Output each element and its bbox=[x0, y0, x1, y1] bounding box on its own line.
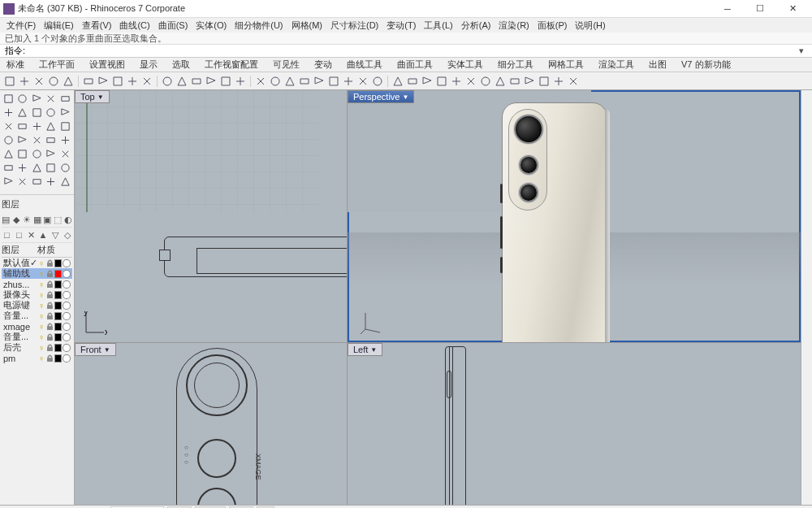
layer-bulb-icon[interactable]: ♀ bbox=[37, 258, 45, 268]
tool-button[interactable] bbox=[58, 106, 71, 119]
toolbar-button[interactable] bbox=[175, 75, 188, 88]
minimize-button[interactable]: ─ bbox=[711, 1, 744, 17]
layer-bulb-icon[interactable]: ♀ bbox=[37, 311, 45, 321]
layer-tool-button[interactable]: □ bbox=[14, 229, 24, 241]
menu-item[interactable]: 曲线(C) bbox=[116, 20, 153, 32]
layer-lock-icon[interactable]: 🔒︎ bbox=[45, 354, 54, 363]
layer-color-swatch[interactable] bbox=[54, 323, 63, 331]
layer-lock-icon[interactable]: 🔒︎ bbox=[45, 322, 54, 332]
toolbar-button[interactable] bbox=[464, 75, 477, 88]
toolbar-button[interactable] bbox=[327, 75, 340, 88]
tool-button[interactable] bbox=[16, 92, 29, 105]
toolbar-button[interactable] bbox=[234, 75, 247, 88]
tool-button[interactable] bbox=[30, 119, 43, 132]
layer-tool-button[interactable]: ▦ bbox=[32, 214, 41, 225]
command-prompt[interactable]: 指令: ▾ bbox=[0, 44, 812, 57]
layer-tool-button[interactable]: ▣ bbox=[43, 214, 52, 225]
toolbar-tab[interactable]: 实体工具 bbox=[444, 59, 486, 71]
layer-row[interactable]: 音量...♀🔒︎ bbox=[2, 310, 72, 321]
viewport-top[interactable]: Top▼ xy bbox=[75, 90, 347, 342]
layer-lock-icon[interactable]: 🔒︎ bbox=[45, 258, 54, 268]
toolbar-button[interactable] bbox=[567, 75, 580, 88]
menu-item[interactable]: 网格(M) bbox=[288, 20, 326, 32]
layer-material-swatch[interactable] bbox=[63, 280, 71, 289]
viewport-perspective[interactable]: Perspective▼ bbox=[348, 90, 801, 342]
toolbar-button[interactable] bbox=[298, 75, 311, 88]
menu-item[interactable]: 变动(T) bbox=[383, 20, 419, 32]
layer-tool-button[interactable]: ◆ bbox=[12, 214, 21, 225]
menu-item[interactable]: 渲染(R) bbox=[495, 20, 532, 32]
layer-material-swatch[interactable] bbox=[63, 312, 71, 320]
toolbar-button[interactable] bbox=[406, 75, 419, 88]
layer-color-swatch[interactable] bbox=[54, 302, 63, 310]
toolbar-tab[interactable]: 工作视窗配置 bbox=[201, 59, 261, 71]
viewport-label-top[interactable]: Top▼ bbox=[75, 90, 110, 103]
toolbar-tab[interactable]: 工作平面 bbox=[36, 59, 78, 71]
toolbar-button[interactable] bbox=[190, 75, 203, 88]
toolbar-button[interactable] bbox=[356, 75, 369, 88]
viewport-label-perspective[interactable]: Perspective▼ bbox=[348, 90, 414, 103]
toolbar-button[interactable] bbox=[479, 75, 492, 88]
layer-material-swatch[interactable] bbox=[63, 323, 71, 331]
toolbar-tab[interactable]: 选取 bbox=[169, 59, 193, 71]
tool-button[interactable] bbox=[45, 106, 58, 119]
layer-lock-icon[interactable]: 🔒︎ bbox=[45, 280, 54, 289]
toolbar-button[interactable] bbox=[126, 75, 139, 88]
layer-color-swatch[interactable] bbox=[54, 312, 63, 320]
layer-color-swatch[interactable] bbox=[54, 270, 63, 278]
toolbar-tab[interactable]: 细分工具 bbox=[495, 59, 537, 71]
tool-button[interactable] bbox=[45, 119, 58, 132]
tool-button[interactable] bbox=[58, 161, 71, 174]
tool-button[interactable] bbox=[30, 175, 43, 188]
tool-button[interactable] bbox=[16, 147, 29, 160]
layer-row[interactable]: 后壳♀🔒︎ bbox=[2, 342, 72, 353]
layer-tool-button[interactable]: ▲ bbox=[37, 229, 48, 241]
command-dropdown-icon[interactable]: ▾ bbox=[796, 46, 807, 56]
layer-material-swatch[interactable] bbox=[63, 344, 71, 352]
layer-material-swatch[interactable] bbox=[63, 259, 71, 267]
tool-button[interactable] bbox=[30, 106, 43, 119]
layer-lock-icon[interactable]: 🔒︎ bbox=[45, 343, 54, 353]
tool-button[interactable] bbox=[16, 119, 29, 132]
tool-button[interactable] bbox=[45, 133, 58, 146]
tool-button[interactable] bbox=[16, 106, 29, 119]
layer-bulb-icon[interactable]: ♀ bbox=[37, 322, 45, 332]
toolbar-button[interactable] bbox=[111, 75, 124, 88]
tool-button[interactable] bbox=[30, 161, 43, 174]
layer-lock-icon[interactable]: 🔒︎ bbox=[45, 301, 54, 310]
toolbar-button[interactable] bbox=[82, 75, 95, 88]
toolbar-button[interactable] bbox=[421, 75, 434, 88]
toolbar-button[interactable] bbox=[342, 75, 355, 88]
toolbar-tab[interactable]: 出图 bbox=[646, 59, 670, 71]
menu-item[interactable]: 细分物件(U) bbox=[231, 20, 286, 32]
toolbar-button[interactable] bbox=[18, 75, 31, 88]
tool-button[interactable] bbox=[58, 133, 71, 146]
layer-color-swatch[interactable] bbox=[54, 291, 63, 299]
toolbar-tab[interactable]: 网格工具 bbox=[545, 59, 587, 71]
tool-button[interactable] bbox=[2, 106, 15, 119]
menu-item[interactable]: 说明(H) bbox=[572, 20, 608, 32]
tool-button[interactable] bbox=[16, 175, 29, 188]
tool-button[interactable] bbox=[2, 147, 15, 160]
toolbar-button[interactable] bbox=[523, 75, 536, 88]
layer-color-swatch[interactable] bbox=[54, 259, 63, 267]
toolbar-tab[interactable]: 设置视图 bbox=[86, 59, 128, 71]
toolbar-button[interactable] bbox=[3, 75, 16, 88]
layer-material-swatch[interactable] bbox=[63, 270, 71, 278]
toolbar-button[interactable] bbox=[371, 75, 384, 88]
toolbar-tab[interactable]: 显示 bbox=[136, 59, 161, 71]
layer-current-icon[interactable]: ✓ bbox=[30, 258, 38, 268]
toolbar-button[interactable] bbox=[508, 75, 521, 88]
toolbar-tab[interactable]: 渲染工具 bbox=[595, 59, 637, 71]
toolbar-button[interactable] bbox=[435, 75, 448, 88]
toolbar-button[interactable] bbox=[32, 75, 45, 88]
toolbar-button[interactable] bbox=[283, 75, 296, 88]
tool-button[interactable] bbox=[58, 92, 71, 105]
menu-item[interactable]: 查看(V) bbox=[79, 20, 115, 32]
layer-material-swatch[interactable] bbox=[63, 291, 71, 299]
layer-material-swatch[interactable] bbox=[63, 333, 71, 341]
menu-item[interactable]: 文件(F) bbox=[3, 20, 39, 32]
layer-bulb-icon[interactable]: ♀ bbox=[37, 343, 45, 353]
toolbar-tab[interactable]: V7 的新功能 bbox=[678, 59, 734, 71]
layer-material-swatch[interactable] bbox=[63, 302, 71, 310]
